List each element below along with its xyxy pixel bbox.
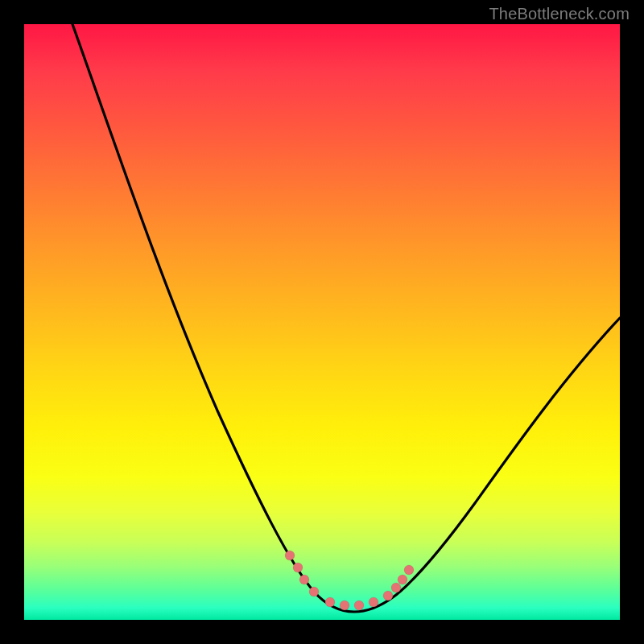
marker-dot	[369, 597, 378, 607]
curve-layer	[24, 24, 620, 620]
chart-frame: TheBottleneck.com	[0, 0, 644, 644]
marker-dot	[285, 551, 295, 560]
marker-dot	[404, 565, 414, 575]
marker-dot	[299, 575, 309, 584]
marker-dot	[398, 575, 407, 584]
marker-dot	[325, 597, 335, 607]
bottleneck-curve	[72, 24, 620, 612]
marker-dot	[383, 591, 393, 601]
marker-dot	[309, 587, 319, 597]
marker-dot	[354, 601, 364, 610]
plot-area	[24, 24, 620, 620]
marker-dot	[340, 601, 349, 610]
marker-dot	[391, 583, 401, 592]
brand-watermark: TheBottleneck.com	[489, 5, 630, 23]
marker-group	[285, 551, 414, 610]
marker-dot	[293, 563, 303, 572]
